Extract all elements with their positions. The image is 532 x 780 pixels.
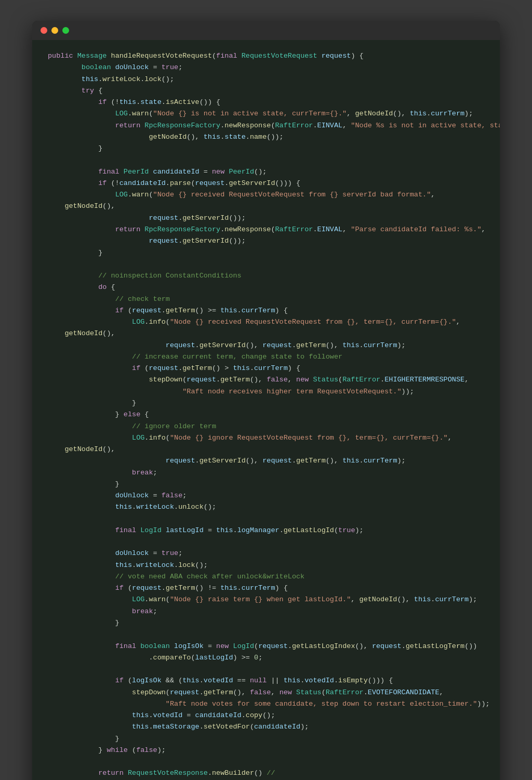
minimize-button[interactable]	[51, 27, 58, 34]
code-window: public Message handleRequestVoteRequest(…	[32, 21, 500, 780]
close-button[interactable]	[41, 27, 47, 34]
titlebar	[32, 21, 500, 40]
code-content: public Message handleRequestVoteRequest(…	[32, 40, 500, 780]
maximize-button[interactable]	[62, 27, 69, 34]
